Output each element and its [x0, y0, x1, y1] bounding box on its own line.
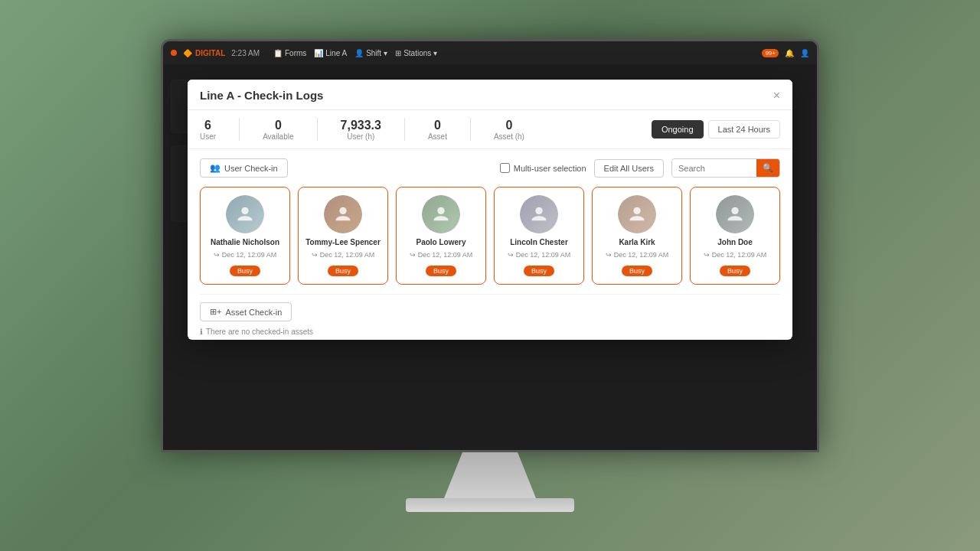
stat-available-label: Available	[263, 132, 293, 141]
user-avatar	[716, 195, 754, 233]
toggle-buttons: Ongoing Last 24 Hours	[652, 120, 780, 139]
stat-asset-h-value: 0	[494, 119, 524, 132]
notification-badge[interactable]: 99+	[762, 49, 779, 57]
close-dot	[171, 50, 177, 56]
top-bar: 🔶 DIGITAL 2:23 AM 📋Forms 📊 Line A 👤 Shif…	[163, 41, 817, 64]
svg-point-3	[535, 207, 542, 214]
status-badge: Busy	[524, 266, 554, 276]
asset-checkin-button[interactable]: ⊞+ Asset Check-in	[200, 302, 292, 321]
checkin-logs-modal: Line A - Check-in Logs × 6 User 0	[188, 80, 792, 340]
user-cards-grid: Nathalie Nicholson↪Dec 12, 12:09 AMBusyT…	[200, 187, 780, 285]
nav-line-a[interactable]: 📊 Line A	[314, 49, 347, 57]
user-checkin-button[interactable]: 👥 User Check-in	[200, 158, 288, 178]
stat-user: 6 User	[200, 119, 216, 141]
user-card[interactable]: Tommy-Lee Spencer↪Dec 12, 12:09 AMBusy	[298, 187, 388, 285]
stat-divider-1	[239, 118, 240, 141]
stat-available: 0 Available	[263, 119, 293, 141]
status-badge: Busy	[328, 266, 358, 276]
user-avatar	[422, 195, 460, 233]
edit-all-users-button[interactable]: Edit All Users	[594, 159, 664, 178]
top-bar-right: 99+ 🔔 👤	[762, 49, 809, 57]
app-logo: 🔶 DIGITAL	[183, 49, 225, 57]
search-button[interactable]: 🔍	[756, 159, 779, 177]
checkin-time: ↪Dec 12, 12:09 AM	[305, 251, 381, 259]
user-avatar	[520, 195, 558, 233]
svg-point-0	[241, 207, 248, 214]
monitor-stand	[444, 452, 536, 498]
user-name: John Doe	[697, 238, 773, 247]
stat-asset-label: Asset	[428, 132, 447, 141]
checkin-time: ↪Dec 12, 12:09 AM	[599, 251, 675, 259]
user-name: Nathalie Nicholson	[207, 238, 283, 247]
user-name: Paolo Lowery	[403, 238, 479, 247]
user-avatar	[226, 195, 264, 233]
tab-forms[interactable]: 📋Forms	[273, 49, 306, 57]
info-icon: ℹ	[200, 328, 203, 336]
monitor-screen: 🔶 DIGITAL 2:23 AM 📋Forms 📊 Line A 👤 Shif…	[161, 39, 819, 452]
bell-icon[interactable]: 🔔	[785, 49, 794, 57]
asset-checkin-icon: ⊞+	[210, 307, 221, 317]
stat-user-h-label: User (h)	[341, 132, 381, 141]
svg-point-2	[437, 207, 444, 214]
stat-user-h-value: 7,933.3	[341, 119, 381, 132]
stat-user-value: 6	[200, 119, 216, 132]
user-profile[interactable]: 👤	[800, 49, 809, 57]
svg-point-5	[731, 207, 738, 214]
user-avatar	[324, 195, 362, 233]
multi-user-label: Multi-user selection	[500, 163, 586, 173]
top-bar-time: 2:23 AM	[231, 49, 260, 57]
stat-divider-2	[317, 118, 318, 141]
stat-user-h: 7,933.3 User (h)	[341, 119, 381, 141]
stat-available-value: 0	[263, 119, 293, 132]
monitor-wrapper: 🔶 DIGITAL 2:23 AM 📋Forms 📊 Line A 👤 Shif…	[161, 39, 819, 512]
user-checkin-label: User Check-in	[224, 164, 278, 173]
nav-stations[interactable]: ⊞ Stations ▾	[395, 49, 437, 57]
user-card[interactable]: Paolo Lowery↪Dec 12, 12:09 AMBusy	[396, 187, 486, 285]
modal-title: Line A - Check-in Logs	[200, 89, 323, 102]
search-box: 🔍	[671, 158, 780, 178]
top-bar-items: 📋Forms 📊 Line A 👤 Shift ▾ ⊞ Stations ▾	[273, 49, 437, 57]
user-checkin-icon: 👥	[210, 163, 220, 173]
modal-header: Line A - Check-in Logs ×	[188, 80, 792, 110]
checkin-time: ↪Dec 12, 12:09 AM	[403, 251, 479, 259]
svg-point-1	[339, 207, 346, 214]
stats-row: 6 User 0 Available 7,933.3 Use	[188, 110, 792, 149]
stat-asset-value: 0	[428, 119, 447, 132]
user-card[interactable]: Karla Kirk↪Dec 12, 12:09 AMBusy	[592, 187, 682, 285]
asset-section: ⊞+ Asset Check-in ℹ There are no checked…	[200, 294, 780, 336]
svg-point-4	[633, 207, 640, 214]
modal-close-button[interactable]: ×	[773, 90, 780, 102]
user-card[interactable]: John Doe↪Dec 12, 12:09 AMBusy	[690, 187, 780, 285]
toggle-ongoing[interactable]: Ongoing	[652, 120, 704, 139]
status-badge: Busy	[426, 266, 456, 276]
workspace: Idle ⏸ Idle Time Line A - Check-in Logs …	[163, 64, 817, 450]
user-name: Karla Kirk	[599, 238, 675, 247]
user-name: Tommy-Lee Spencer	[305, 238, 381, 247]
stat-user-label: User	[200, 132, 216, 141]
status-badge: Busy	[230, 266, 260, 276]
user-card[interactable]: Nathalie Nicholson↪Dec 12, 12:09 AMBusy	[200, 187, 290, 285]
checkin-time: ↪Dec 12, 12:09 AM	[697, 251, 773, 259]
checkin-time: ↪Dec 12, 12:09 AM	[207, 251, 283, 259]
user-avatar	[618, 195, 656, 233]
modal-overlay: Line A - Check-in Logs × 6 User 0	[163, 64, 817, 450]
user-name: Lincoln Chester	[501, 238, 577, 247]
screen-content: 🔶 DIGITAL 2:23 AM 📋Forms 📊 Line A 👤 Shif…	[163, 41, 817, 450]
modal-body: 👥 User Check-in Multi-user selection Edi…	[188, 149, 792, 340]
stat-asset-h-label: Asset (h)	[494, 132, 524, 141]
status-badge: Busy	[720, 266, 750, 276]
no-assets-message: ℹ There are no checked-in assets	[200, 328, 780, 336]
controls-row: 👥 User Check-in Multi-user selection Edi…	[200, 158, 780, 178]
stat-divider-3	[404, 118, 405, 141]
status-badge: Busy	[622, 266, 652, 276]
stat-asset-h: 0 Asset (h)	[494, 119, 524, 141]
checkin-time: ↪Dec 12, 12:09 AM	[501, 251, 577, 259]
monitor-base	[406, 498, 574, 512]
stat-divider-4	[470, 118, 471, 141]
stat-asset: 0 Asset	[428, 119, 447, 141]
toggle-last24h[interactable]: Last 24 Hours	[708, 120, 780, 139]
multi-user-checkbox[interactable]	[500, 163, 510, 173]
search-input[interactable]	[672, 160, 756, 177]
nav-shift[interactable]: 👤 Shift ▾	[354, 49, 387, 57]
user-card[interactable]: Lincoln Chester↪Dec 12, 12:09 AMBusy	[494, 187, 584, 285]
